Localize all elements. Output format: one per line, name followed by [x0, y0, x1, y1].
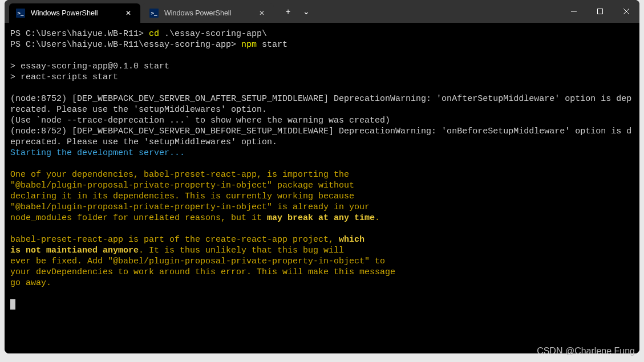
titlebar: >_ Windows PowerShell ✕ >_ Windows Power…	[5, 0, 639, 23]
close-icon[interactable]: ✕	[257, 8, 267, 18]
window-controls	[561, 0, 639, 23]
minimize-icon	[571, 9, 577, 14]
babel-warning-dot: .	[375, 213, 380, 223]
new-tab-button[interactable]: +	[280, 3, 297, 20]
prompt-line-2: PS C:\Users\haiyue.WB-R11\essay-scoring-…	[10, 40, 241, 50]
cursor	[10, 299, 15, 310]
babel-warning-2a: babel-preset-react-app is part of the cr…	[10, 235, 339, 245]
command-arg: start	[262, 40, 287, 50]
npm-output: > essay-scoring-app@0.1.0 start > react-…	[10, 62, 169, 82]
maximize-icon	[597, 9, 603, 14]
command-arg: .\essay-scoring-app\	[164, 29, 267, 39]
terminal-output[interactable]: PS C:\Users\haiyue.WB-R11> cd .\essay-sc…	[5, 23, 639, 353]
tab-title: Windows PowerShell	[31, 9, 118, 17]
svg-rect-1	[598, 9, 603, 14]
deprecation-warnings: (node:8752) [DEP_WEBPACK_DEV_SERVER_ON_A…	[10, 94, 631, 147]
tab-powershell-2[interactable]: >_ Windows PowerShell ✕	[143, 3, 274, 23]
maximize-button[interactable]	[587, 0, 613, 23]
powershell-icon: >_	[149, 9, 159, 18]
powershell-icon: >_	[16, 9, 25, 18]
babel-warning-bold: may break at any time	[267, 213, 375, 223]
tab-dropdown-button[interactable]: ⌄	[298, 3, 315, 20]
tab-powershell-1[interactable]: >_ Windows PowerShell ✕	[9, 3, 140, 23]
watermark: CSDN @Charlene Fung	[537, 346, 635, 356]
command-cd: cd	[149, 29, 164, 39]
command-npm: npm	[241, 40, 262, 50]
tab-actions: + ⌄	[276, 0, 315, 23]
tab-title: Windows PowerShell	[164, 9, 251, 17]
close-icon[interactable]: ✕	[123, 8, 133, 18]
close-icon	[623, 9, 629, 14]
terminal-window: >_ Windows PowerShell ✕ >_ Windows Power…	[5, 0, 639, 353]
tab-strip: >_ Windows PowerShell ✕ >_ Windows Power…	[5, 0, 315, 23]
starting-server-message: Starting the development server...	[10, 148, 185, 158]
close-window-button[interactable]	[613, 0, 639, 23]
prompt-line-1: PS C:\Users\haiyue.WB-R11>	[10, 29, 149, 39]
minimize-button[interactable]	[561, 0, 587, 23]
